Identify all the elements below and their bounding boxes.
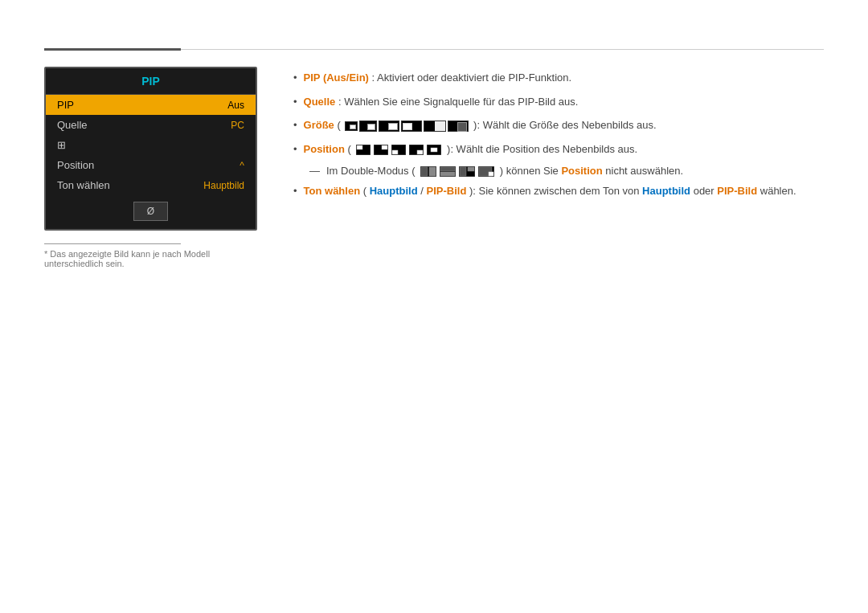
groesse-paren-close: ): Wählt die Größe des Nebenbilds aus. — [473, 119, 657, 131]
desc-item-pip: PIP (Aus/Ein) : Aktiviert oder deaktivie… — [293, 70, 824, 86]
pip-menu-container: PIP PIP Aus Quelle PC ⊞ Po — [44, 67, 261, 268]
position-label: Position — [57, 159, 94, 171]
position-highlight: Position — [304, 143, 345, 155]
size-icons — [345, 121, 469, 132]
svg-rect-18 — [468, 167, 474, 171]
size-icon-4-inner — [403, 123, 412, 130]
groesse-highlight: Größe — [304, 119, 334, 131]
ton-highlight: Ton wählen — [304, 185, 361, 197]
svg-rect-7 — [417, 150, 423, 154]
pip-menu-item-position[interactable]: Position ^ — [46, 155, 256, 175]
desc-pip-content: PIP (Aus/Ein) : Aktiviert oder deaktivie… — [304, 70, 572, 86]
pip-text: : Aktiviert oder deaktiviert die PIP-Fun… — [372, 72, 572, 84]
pip-menu-btn-row: Ø — [46, 202, 256, 221]
pipbild-highlight-ton: PIP-Bild — [427, 185, 467, 197]
quelle-highlight: Quelle — [304, 96, 336, 108]
size-icon-6-inner — [457, 122, 467, 132]
pos-icon-br — [409, 145, 424, 155]
size-icon-2 — [359, 121, 377, 132]
svg-rect-9 — [431, 148, 437, 152]
rule-left — [44, 48, 181, 51]
size-icon-1 — [345, 121, 358, 131]
pip-menu-item-pip[interactable]: PIP Aus — [46, 95, 256, 115]
page-container: PIP PIP Aus Quelle PC ⊞ Po — [0, 0, 868, 300]
ton-label: Ton wählen — [57, 179, 110, 191]
desc-item-position: Position ( — [293, 141, 824, 157]
size-icon-6 — [448, 121, 469, 132]
pipbild-ref: PIP-Bild — [717, 185, 757, 197]
groesse-label: ⊞ — [57, 139, 66, 151]
svg-rect-17 — [460, 167, 466, 176]
quelle-text: : Wählen Sie eine Signalquelle für das P… — [338, 96, 578, 108]
ton-text-2: ): Sie können zwischen dem Ton von — [469, 185, 642, 197]
desc-ton-content: Ton wählen ( Hauptbild / PIP-Bild ): Sie… — [304, 183, 796, 199]
pip-menu-item-quelle[interactable]: Quelle PC — [46, 115, 256, 135]
double-icon-4 — [478, 166, 494, 177]
footnote-line — [44, 243, 181, 244]
desc-list-ton: Ton wählen ( Hauptbild / PIP-Bild ): Sie… — [293, 183, 824, 199]
position-paren-close: ): Wählt die Position des Nebenbilds aus… — [447, 143, 637, 155]
desc-groesse-content: Größe ( ): Wählt die Größe des Nebenbild… — [304, 117, 657, 133]
svg-rect-5 — [392, 150, 398, 154]
pip-menu-ok-button[interactable]: Ø — [133, 202, 168, 221]
pip-menu: PIP PIP Aus Quelle PC ⊞ Po — [44, 67, 257, 231]
desc-list: PIP (Aus/Ein) : Aktiviert oder deaktivie… — [293, 70, 824, 157]
pos-icon-tr — [374, 145, 388, 155]
ton-text-4: wählen. — [760, 185, 796, 197]
desc-item-quelle: Quelle : Wählen Sie eine Signalquelle fü… — [293, 94, 824, 110]
description-container: PIP (Aus/Ein) : Aktiviert oder deaktivie… — [293, 67, 824, 207]
pip-highlight: PIP (Aus/Ein) — [304, 72, 369, 84]
pos-icon-bl — [391, 145, 406, 155]
groesse-paren-open: ( — [337, 119, 340, 131]
rule-right — [181, 49, 824, 50]
sub-item-content: Im Double-Modus ( — [326, 165, 683, 177]
pos-icon-tl — [356, 145, 371, 155]
pip-menu-item-groesse[interactable]: ⊞ — [46, 135, 256, 155]
pip-item-label: PIP — [57, 99, 74, 111]
svg-rect-14 — [440, 167, 455, 171]
pip-item-value: Aus — [227, 100, 244, 111]
ton-text-3: oder — [694, 185, 718, 197]
double-icon-3 — [459, 166, 475, 177]
pip-menu-item-ton[interactable]: Ton wählen Hauptbild — [46, 175, 256, 195]
footnote-text: * Das angezeigte Bild kann je nach Model… — [44, 249, 261, 268]
svg-rect-12 — [429, 167, 436, 176]
size-icon-4 — [401, 121, 422, 132]
desc-item-ton: Ton wählen ( Hauptbild / PIP-Bild ): Sie… — [293, 183, 824, 199]
svg-rect-15 — [440, 172, 455, 176]
position-icons — [355, 145, 442, 155]
size-icon-1-inner — [350, 125, 356, 129]
svg-rect-1 — [357, 145, 362, 149]
position-paren-open: ( — [347, 143, 350, 155]
hauptbild-ref: Hauptbild — [642, 185, 690, 197]
double-icon-1 — [420, 166, 436, 177]
svg-rect-21 — [489, 172, 493, 176]
pip-menu-title: PIP — [46, 68, 256, 95]
ton-slash: / — [420, 185, 424, 197]
double-modus-icons — [420, 166, 495, 177]
hauptbild-highlight-ton: Hauptbild — [370, 185, 418, 197]
sub-position-highlight: Position — [561, 165, 602, 177]
ton-value: Hauptbild — [203, 180, 244, 191]
desc-sub-position: Im Double-Modus ( — [293, 165, 824, 177]
top-rule — [44, 48, 824, 51]
quelle-label: Quelle — [57, 119, 88, 131]
main-content: PIP PIP Aus Quelle PC ⊞ Po — [44, 67, 824, 268]
desc-item-groesse: Größe ( ): Wählt die Größe des Nebenbild… — [293, 117, 824, 133]
svg-rect-11 — [421, 167, 428, 176]
size-icon-5 — [424, 121, 446, 132]
svg-rect-3 — [382, 145, 387, 149]
size-icon-5-inner — [435, 121, 445, 131]
desc-position-content: Position ( — [304, 141, 638, 157]
position-value: ^ — [240, 160, 244, 171]
desc-quelle-content: Quelle : Wählen Sie eine Signalquelle fü… — [304, 94, 579, 110]
pos-icon-center — [427, 145, 441, 155]
double-icon-2 — [440, 166, 456, 177]
ton-text-1: ( — [363, 185, 366, 197]
size-icon-3-inner — [388, 123, 398, 130]
quelle-value: PC — [231, 120, 244, 131]
size-icon-2-inner — [367, 124, 375, 130]
size-icon-3 — [379, 121, 399, 132]
